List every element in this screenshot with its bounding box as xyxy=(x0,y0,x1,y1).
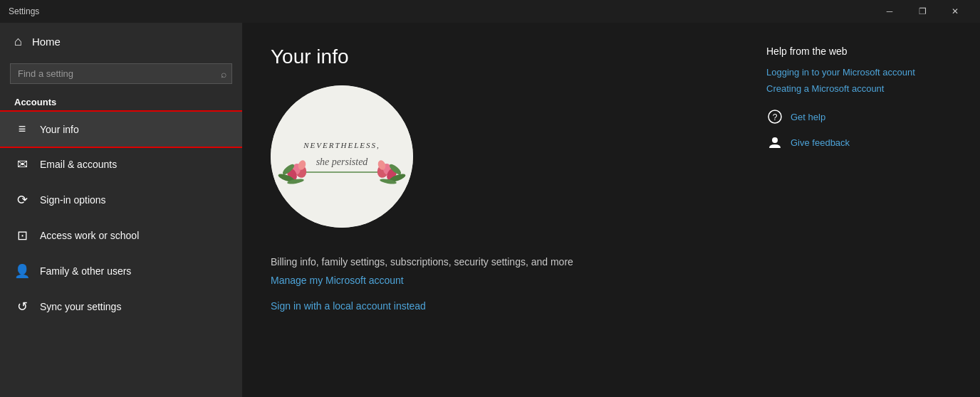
give-feedback-action[interactable]: Give feedback xyxy=(766,134,952,151)
your-info-label: Your info xyxy=(40,124,79,135)
sidebar-item-your-info[interactable]: ≡ Your info xyxy=(0,112,242,147)
give-feedback-label: Give feedback xyxy=(791,137,850,148)
sidebar-item-family-other-users[interactable]: 👤 Family & other users xyxy=(0,253,242,289)
close-button[interactable]: ✕ xyxy=(939,0,971,23)
email-icon: ✉ xyxy=(14,157,30,172)
work-icon: ⊡ xyxy=(14,228,30,243)
get-help-icon: ? xyxy=(766,108,783,125)
app-body: ⌂ Home ⌕ Accounts ≡ Your info ✉ Email & … xyxy=(0,23,980,397)
search-container: ⌕ xyxy=(10,63,232,84)
help-title: Help from the web xyxy=(766,46,952,57)
app-title: Settings xyxy=(9,6,873,16)
sidebar-item-home[interactable]: ⌂ Home xyxy=(0,23,242,60)
help-link-create[interactable]: Creating a Microsoft account xyxy=(766,83,952,94)
sidebar-item-sync-settings[interactable]: ↺ Sync your settings xyxy=(0,289,242,324)
content-area: Your info NEVERTHELESS, she persisted xyxy=(242,23,980,397)
sync-icon: ↺ xyxy=(14,299,30,314)
svg-text:?: ? xyxy=(773,112,778,122)
avatar-image: NEVERTHELESS, she persisted xyxy=(271,85,413,228)
home-label: Home xyxy=(32,36,61,48)
accounts-section-title: Accounts xyxy=(0,90,242,112)
your-info-icon: ≡ xyxy=(14,122,30,137)
family-other-users-label: Family & other users xyxy=(40,265,131,277)
get-help-action[interactable]: ? Get help xyxy=(766,108,952,125)
profile-avatar: NEVERTHELESS, she persisted xyxy=(271,85,413,228)
sidebar-item-access-work-school[interactable]: ⊡ Access work or school xyxy=(0,218,242,253)
sign-in-local-link[interactable]: Sign in with a local account instead xyxy=(271,300,952,312)
sign-in-icon: ⟳ xyxy=(14,192,30,208)
access-work-school-label: Access work or school xyxy=(40,230,139,241)
window-controls: ─ ❐ ✕ xyxy=(873,0,971,23)
svg-text:she persisted: she persisted xyxy=(316,157,369,167)
email-accounts-label: Email & accounts xyxy=(40,159,117,170)
sidebar-item-email-accounts[interactable]: ✉ Email & accounts xyxy=(0,147,242,182)
minimize-button[interactable]: ─ xyxy=(873,0,906,23)
billing-info-text: Billing info, family settings, subscript… xyxy=(271,256,952,268)
get-help-label: Get help xyxy=(791,112,825,122)
give-feedback-icon xyxy=(766,134,783,151)
sync-settings-label: Sync your settings xyxy=(40,301,121,312)
svg-text:NEVERTHELESS,: NEVERTHELESS, xyxy=(303,141,380,149)
svg-point-20 xyxy=(772,137,778,143)
search-icon: ⌕ xyxy=(221,68,226,80)
sign-in-options-label: Sign-in options xyxy=(40,194,106,206)
home-icon: ⌂ xyxy=(14,34,22,49)
titlebar: Settings ─ ❐ ✕ xyxy=(0,0,980,23)
help-link-login[interactable]: Logging in to your Microsoft account xyxy=(766,67,952,78)
help-panel: Help from the web Logging in to your Mic… xyxy=(766,46,952,159)
manage-account-link[interactable]: Manage my Microsoft account xyxy=(271,275,952,286)
maximize-button[interactable]: ❐ xyxy=(906,0,939,23)
help-actions: ? Get help Give feedback xyxy=(766,108,952,151)
sidebar: ⌂ Home ⌕ Accounts ≡ Your info ✉ Email & … xyxy=(0,23,242,397)
sidebar-item-sign-in-options[interactable]: ⟳ Sign-in options xyxy=(0,182,242,218)
search-input[interactable] xyxy=(10,63,232,84)
family-icon: 👤 xyxy=(14,263,30,279)
